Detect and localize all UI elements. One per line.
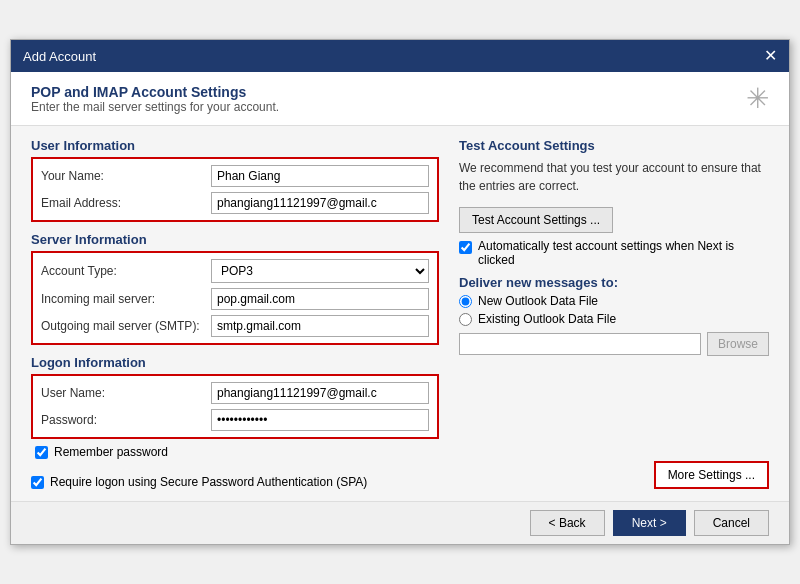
incoming-mail-input[interactable] (211, 288, 429, 310)
outgoing-mail-label: Outgoing mail server (SMTP): (41, 319, 211, 333)
cancel-button[interactable]: Cancel (694, 510, 769, 536)
header-section: POP and IMAP Account Settings Enter the … (11, 72, 789, 126)
deliver-title: Deliver new messages to: (459, 275, 769, 290)
auto-test-row: Automatically test account settings when… (459, 239, 769, 267)
logon-info-title: Logon Information (31, 355, 439, 370)
password-label: Password: (41, 413, 211, 427)
left-panel: User Information Your Name: Email Addres… (31, 138, 439, 489)
next-button[interactable]: Next > (613, 510, 686, 536)
close-button[interactable]: ✕ (764, 48, 777, 64)
new-outlook-file-label: New Outlook Data File (478, 294, 598, 308)
email-address-row: Email Address: (41, 192, 429, 214)
new-outlook-file-row: New Outlook Data File (459, 294, 769, 308)
test-account-settings-button[interactable]: Test Account Settings ... (459, 207, 613, 233)
footer: < Back Next > Cancel (11, 501, 789, 544)
account-type-select[interactable]: POP3 IMAP (211, 259, 429, 283)
title-bar: Add Account ✕ (11, 40, 789, 72)
username-label: User Name: (41, 386, 211, 400)
remember-password-row: Remember password (31, 445, 439, 459)
incoming-mail-label: Incoming mail server: (41, 292, 211, 306)
server-info-box: Account Type: POP3 IMAP Incoming mail se… (31, 251, 439, 345)
account-type-label: Account Type: (41, 264, 211, 278)
existing-outlook-file-label: Existing Outlook Data File (478, 312, 616, 326)
password-row: Password: (41, 409, 429, 431)
your-name-row: Your Name: (41, 165, 429, 187)
server-info-section: Server Information Account Type: POP3 IM… (31, 232, 439, 345)
auto-test-checkbox[interactable] (459, 241, 472, 254)
email-address-input[interactable] (211, 192, 429, 214)
auto-test-label: Automatically test account settings when… (478, 239, 769, 267)
back-button[interactable]: < Back (530, 510, 605, 536)
username-input[interactable] (211, 382, 429, 404)
more-settings-button[interactable]: More Settings ... (654, 461, 769, 489)
logon-info-section: Logon Information User Name: Password: R… (31, 355, 439, 459)
logon-info-box: User Name: Password: (31, 374, 439, 439)
your-name-label: Your Name: (41, 169, 211, 183)
right-panel: Test Account Settings We recommend that … (459, 138, 769, 489)
outgoing-mail-input[interactable] (211, 315, 429, 337)
account-type-row: Account Type: POP3 IMAP (41, 259, 429, 283)
dialog-title: Add Account (23, 49, 96, 64)
more-settings-row: More Settings ... (459, 461, 769, 489)
remember-password-checkbox[interactable] (35, 446, 48, 459)
test-account-title: Test Account Settings (459, 138, 769, 153)
outgoing-mail-row: Outgoing mail server (SMTP): (41, 315, 429, 337)
browse-button[interactable]: Browse (707, 332, 769, 356)
header-subtitle: Enter the mail server settings for your … (31, 100, 279, 114)
remember-password-label: Remember password (54, 445, 168, 459)
add-account-dialog: Add Account ✕ POP and IMAP Account Setti… (10, 39, 790, 545)
spa-label: Require logon using Secure Password Auth… (50, 475, 367, 489)
content-area: User Information Your Name: Email Addres… (11, 126, 789, 501)
header-title: POP and IMAP Account Settings (31, 84, 279, 100)
new-outlook-file-radio[interactable] (459, 295, 472, 308)
user-info-title: User Information (31, 138, 439, 153)
email-address-label: Email Address: (41, 196, 211, 210)
existing-outlook-file-row: Existing Outlook Data File (459, 312, 769, 326)
password-input[interactable] (211, 409, 429, 431)
header-text: POP and IMAP Account Settings Enter the … (31, 84, 279, 114)
spa-checkbox[interactable] (31, 476, 44, 489)
user-info-section: User Information Your Name: Email Addres… (31, 138, 439, 222)
test-description: We recommend that you test your account … (459, 159, 769, 195)
right-panel-inner: Test Account Settings We recommend that … (459, 138, 769, 489)
existing-outlook-file-radio[interactable] (459, 313, 472, 326)
incoming-mail-row: Incoming mail server: (41, 288, 429, 310)
user-info-box: Your Name: Email Address: (31, 157, 439, 222)
username-row: User Name: (41, 382, 429, 404)
your-name-input[interactable] (211, 165, 429, 187)
mail-settings-icon: ✳ (746, 82, 769, 115)
browse-input[interactable] (459, 333, 701, 355)
server-info-title: Server Information (31, 232, 439, 247)
browse-row: Browse (459, 332, 769, 356)
spa-row: Require logon using Secure Password Auth… (31, 475, 439, 489)
